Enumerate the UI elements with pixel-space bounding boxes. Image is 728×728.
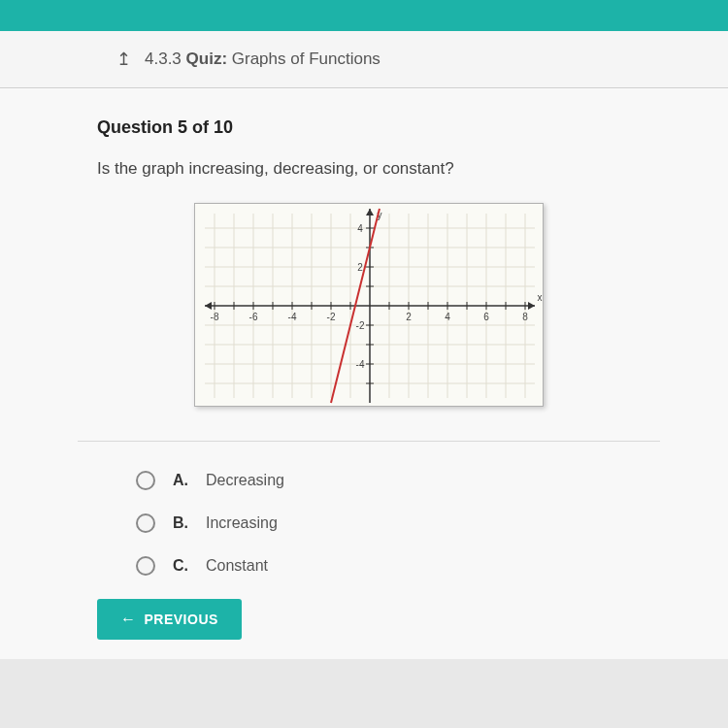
option-text: Increasing <box>206 514 278 532</box>
option-c[interactable]: C. Constant <box>136 556 641 576</box>
previous-label: PREVIOUS <box>145 612 218 627</box>
option-letter: C. <box>173 557 188 575</box>
quiz-title: Graphs of Functions <box>232 50 381 68</box>
question-text: Is the graph increasing, decreasing, or … <box>97 159 641 179</box>
svg-marker-28 <box>366 209 374 215</box>
svg-text:-2: -2 <box>327 312 336 322</box>
svg-text:-6: -6 <box>249 312 258 322</box>
option-letter: A. <box>173 472 188 489</box>
option-b[interactable]: B. Increasing <box>136 513 641 533</box>
radio-c[interactable] <box>136 556 155 576</box>
previous-button[interactable]: ← PREVIOUS <box>97 599 242 640</box>
quiz-header: ↥ 4.3.3 Quiz: Graphs of Functions <box>0 31 728 88</box>
option-letter: B. <box>173 514 188 532</box>
divider <box>78 441 660 442</box>
svg-text:-4: -4 <box>288 312 297 322</box>
back-arrow-icon[interactable]: ↥ <box>116 49 131 70</box>
graph-svg: -8-6 -4-2 24 68 42 -2-4 yx <box>195 204 545 408</box>
option-a[interactable]: A. Decreasing <box>136 471 641 490</box>
svg-text:8: 8 <box>522 312 528 322</box>
arrow-left-icon: ← <box>120 611 137 628</box>
option-text: Decreasing <box>206 472 284 489</box>
svg-text:-4: -4 <box>356 359 365 370</box>
top-banner <box>0 0 728 31</box>
svg-text:4: 4 <box>445 312 450 322</box>
svg-text:4: 4 <box>357 223 363 234</box>
svg-marker-26 <box>528 302 535 310</box>
content-area: Question 5 of 10 Is the graph increasing… <box>0 88 728 659</box>
svg-text:x: x <box>538 292 543 303</box>
graph: -8-6 -4-2 24 68 42 -2-4 yx <box>194 203 544 407</box>
options-list: A. Decreasing B. Increasing C. Constant <box>97 471 641 576</box>
quiz-label: Quiz: <box>186 50 228 68</box>
radio-a[interactable] <box>136 471 155 490</box>
section-number: 4.3.3 <box>145 50 182 68</box>
radio-b[interactable] <box>136 513 155 533</box>
svg-marker-27 <box>205 302 212 310</box>
svg-text:-2: -2 <box>356 320 365 331</box>
svg-text:2: 2 <box>357 262 363 273</box>
svg-text:2: 2 <box>406 312 412 322</box>
header-text: 4.3.3 Quiz: Graphs of Functions <box>145 50 381 69</box>
question-number: Question 5 of 10 <box>97 117 641 138</box>
option-text: Constant <box>206 557 268 575</box>
graph-container: -8-6 -4-2 24 68 42 -2-4 yx <box>97 203 641 407</box>
svg-text:-8: -8 <box>211 312 219 322</box>
svg-text:6: 6 <box>483 312 489 322</box>
